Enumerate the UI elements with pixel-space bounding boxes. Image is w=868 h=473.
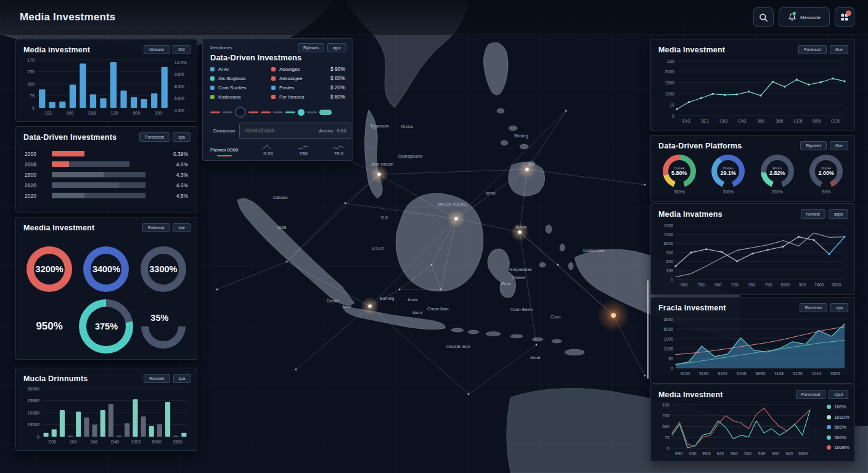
panel-more-button[interactable]: Cput	[829, 390, 848, 399]
panel-action-button[interactable]: Rodoooa	[142, 223, 170, 232]
legend-item[interactable]: 101D%	[827, 414, 850, 420]
donut-gauge: 3400%	[78, 240, 134, 297]
panel-more-button[interactable]: Gae	[830, 141, 848, 150]
hbar-row: 28204.5%	[25, 182, 188, 188]
svg-text:700: 700	[731, 283, 739, 287]
svg-text:543: 543	[717, 451, 724, 456]
search-button[interactable]	[753, 7, 774, 27]
panel-media-investment-multiline: Media Investnent PononciodCput 100700500…	[650, 384, 855, 462]
svg-text:5150: 5150	[793, 371, 803, 376]
search-extra-1: Aoono	[319, 128, 333, 134]
svg-text:1010: 1010	[812, 371, 822, 376]
popup-more-button[interactable]: agur	[327, 43, 346, 52]
panel-action-button[interactable]: Purocsoon	[139, 132, 170, 142]
map-scroll-indicator[interactable]	[647, 280, 649, 379]
legend-row[interactable]: AI AIAooeiges$ 90%	[210, 66, 345, 72]
search-label: Durooooo	[213, 128, 235, 134]
legend-item[interactable]: 100B%	[827, 445, 850, 450]
legend-row[interactable]: Als itloglioosAdvasigee$ 80%	[210, 75, 345, 81]
panel-more-button[interactable]: opa	[173, 132, 190, 142]
stat-tab[interactable]: 0:06	[263, 145, 274, 156]
svg-text:900: 900	[799, 283, 806, 287]
svg-text:500: 500	[666, 259, 673, 264]
svg-text:3605: 3605	[830, 371, 840, 376]
svg-text:Bhdarg: Bhdarg	[514, 134, 528, 139]
horizontal-bar-chart: 20000.39%20084.5%28004.3%28204.5%20204.5…	[16, 144, 197, 198]
slider-knob[interactable]	[235, 107, 246, 118]
svg-text:E90: E90	[675, 451, 683, 456]
svg-text:3100: 3100	[680, 371, 690, 376]
panel-action-button[interactable]: Pononciod	[796, 390, 826, 399]
panel-more-button[interactable]: oga	[830, 303, 848, 312]
chart-legend: 100%101D%500%500%100B%	[827, 404, 850, 450]
bar-chart: 509001589010080195000E00100266D401003500…	[20, 385, 193, 447]
svg-text:1003: 1003	[131, 440, 141, 444]
svg-text:6000: 6000	[663, 241, 673, 246]
svg-text:100: 100	[70, 440, 77, 444]
gauge-row: Oomek5.80%300%Disdau29.1%300%Ehors2.82%2…	[651, 152, 854, 194]
stat-tab[interactable]: Pielwoi 0000	[210, 147, 238, 156]
svg-text:365: 365	[776, 119, 783, 123]
svg-text:900: 900	[681, 283, 688, 287]
popup-title: Data-Driven Investmens	[203, 52, 353, 65]
svg-text:220: 220	[667, 59, 674, 63]
panel-action-button[interactable]: Nidsado	[144, 45, 170, 54]
panel-action-button[interactable]: Roooom	[144, 374, 170, 383]
topbar-actions: Mesoode	[753, 7, 854, 27]
svg-text:U.U.O: U.U.O	[372, 246, 384, 251]
panel-media-investment-donuts: Meedia Investment Rodoooaope 3200%3400%3…	[15, 217, 197, 360]
legend-item[interactable]: 100%	[827, 404, 850, 410]
messages-button[interactable]: Mesoode	[779, 7, 830, 27]
panel-action-button[interactable]: Pandoust	[798, 45, 826, 54]
popup-data-driven-investments: Metcatomes Rytawasagur Data-Driven Inves…	[202, 38, 353, 161]
panel-more-button[interactable]: spa	[173, 374, 190, 383]
chart-axis: 1000700060009005001900900760960700760T00…	[663, 224, 845, 288]
svg-text:0: 0	[37, 435, 39, 439]
svg-text:560: 560	[731, 451, 738, 456]
panel-more-button[interactable]: aspa	[829, 209, 848, 219]
panel-more-button[interactable]: 60#	[173, 45, 190, 54]
popup-stats: Pielwoi 00000:0678070:0	[203, 140, 353, 158]
apps-button[interactable]	[835, 7, 854, 27]
donut-gauge: 950%	[21, 297, 78, 355]
panel-data-driven-investments: Data-Driven Investments Purocsoonopa 200…	[15, 126, 197, 212]
hbar-row: 20000.39%	[25, 151, 188, 156]
svg-text:C63: C63	[719, 119, 727, 123]
svg-text:540: 540	[758, 451, 766, 456]
popup-action-button[interactable]: Rytawas	[298, 43, 324, 52]
legend-row[interactable]: Com SuctiesPosies$ 20%	[210, 84, 345, 91]
panel-action-button[interactable]: Ripoded	[800, 141, 826, 150]
panel-title: Fracla Investment	[658, 304, 726, 312]
stat-tab[interactable]: 70:0	[334, 145, 344, 156]
panel-action-button[interactable]: Ivvniest	[801, 209, 825, 219]
donut-gauge: 3300%	[135, 240, 192, 297]
svg-text:D.0: D.0	[381, 216, 388, 220]
legend-item[interactable]: 500%	[827, 424, 850, 430]
search-box: Aoono 9:60	[239, 123, 351, 139]
slider-segment	[210, 111, 220, 113]
svg-text:Awra: Awra	[412, 310, 422, 315]
search-input[interactable]	[244, 127, 315, 134]
panel-more-button[interactable]: ope	[173, 223, 190, 232]
svg-text:700: 700	[662, 413, 669, 418]
slider-dot[interactable]	[298, 109, 305, 116]
panel-more-button[interactable]: Gue	[830, 45, 848, 54]
legend-row[interactable]: KodooooaFer Itenoes$ 80%	[210, 94, 345, 100]
svg-text:0: 0	[667, 447, 669, 451]
svg-text:3E3: 3E3	[701, 119, 709, 123]
svg-text:C43: C43	[738, 119, 746, 123]
panel-action-button[interactable]: Rocrimes	[800, 303, 827, 312]
slider-segment	[248, 111, 258, 113]
platform-gauge: Disdau29.1%300%	[705, 155, 751, 194]
svg-text:1000: 1000	[663, 337, 673, 341]
slider-toggle[interactable]	[319, 110, 332, 115]
svg-text:500: 500	[744, 451, 751, 456]
svg-text:1000: 1000	[665, 92, 674, 96]
chart-axis: 509001589010080195000E00100266D401003500…	[28, 387, 188, 445]
svg-text:E00: E00	[49, 440, 57, 444]
svg-text:5100: 5100	[699, 371, 709, 376]
svg-text:0: 0	[671, 366, 673, 371]
legend-item[interactable]: 500%	[827, 435, 850, 440]
stat-tab[interactable]: 780	[298, 145, 309, 156]
svg-text:4.3%: 4.3%	[174, 108, 184, 113]
